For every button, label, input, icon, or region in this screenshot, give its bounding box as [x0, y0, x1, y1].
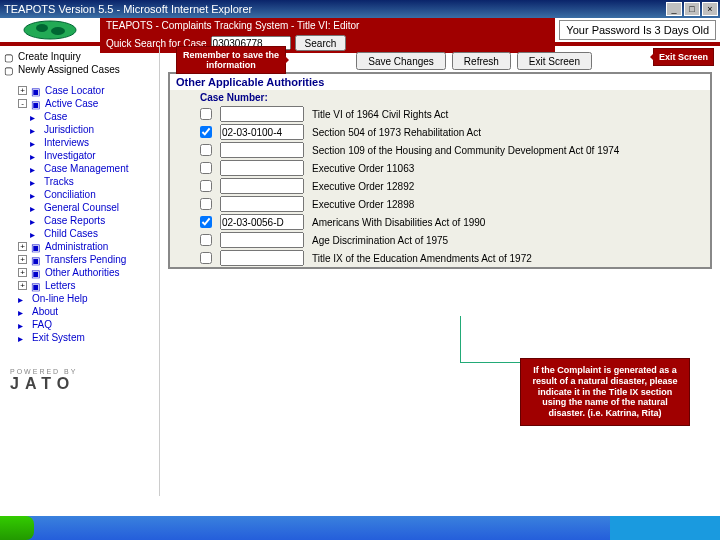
authority-label: Executive Order 12892: [312, 181, 414, 192]
authority-checkbox[interactable]: [200, 144, 212, 156]
authority-row: Section 504 of 1973 Rehabilitation Act: [170, 123, 710, 141]
page-icon: ▸: [30, 229, 40, 239]
folder-icon: ▣: [31, 86, 41, 96]
expand-icon[interactable]: +: [18, 281, 27, 290]
authority-checkbox[interactable]: [200, 162, 212, 174]
refresh-button[interactable]: Refresh: [452, 52, 511, 70]
case-number-input[interactable]: [220, 232, 304, 248]
svg-point-0: [24, 21, 76, 39]
folder-icon: ▣: [31, 281, 41, 291]
sidebar-other-authorities[interactable]: +▣Other Authorities: [18, 266, 159, 279]
authority-checkbox[interactable]: [200, 126, 212, 138]
sidebar: ▢Create Inquiry ▢Newly Assigned Cases +▣…: [0, 46, 160, 496]
sidebar-item-case-reports[interactable]: ▸Case Reports: [30, 214, 159, 227]
authority-checkbox[interactable]: [200, 216, 212, 228]
sidebar-faq[interactable]: ▸FAQ: [18, 318, 159, 331]
start-button[interactable]: [0, 516, 34, 540]
authority-label: Title IX of the Education Amendments Act…: [312, 253, 532, 264]
page-icon: ▸: [30, 138, 40, 148]
authority-label: Executive Order 12898: [312, 199, 414, 210]
authority-row: Age Discrimination Act of 1975: [170, 231, 710, 249]
case-number-input[interactable]: [220, 124, 304, 140]
info-icon: ▸: [18, 307, 28, 317]
sidebar-item-conciliation[interactable]: ▸Conciliation: [30, 188, 159, 201]
page-icon: ▸: [30, 216, 40, 226]
case-number-input[interactable]: [220, 250, 304, 266]
page-icon: ▸: [30, 112, 40, 122]
folder-icon: ▣: [31, 242, 41, 252]
authority-label: Title VI of 1964 Civil Rights Act: [312, 109, 448, 120]
connector-line: [460, 362, 520, 363]
authority-row: Title IX of the Education Amendments Act…: [170, 249, 710, 267]
content-area: Remember to save the information Exit Sc…: [160, 46, 720, 496]
page-icon: ▸: [30, 190, 40, 200]
page-icon: ▸: [30, 151, 40, 161]
authority-row: Section 109 of the Housing and Community…: [170, 141, 710, 159]
powered-by: POWERED BY JATO: [4, 362, 159, 399]
system-tray: [610, 516, 720, 540]
expand-icon[interactable]: +: [18, 242, 27, 251]
close-button[interactable]: ×: [702, 2, 718, 16]
page-icon: ▸: [30, 203, 40, 213]
sidebar-item-general-counsel[interactable]: ▸General Counsel: [30, 201, 159, 214]
sidebar-letters[interactable]: +▣Letters: [18, 279, 159, 292]
authority-row: Executive Order 12892: [170, 177, 710, 195]
maximize-button[interactable]: □: [684, 2, 700, 16]
authority-row: Executive Order 11063: [170, 159, 710, 177]
save-button[interactable]: Save Changes: [356, 52, 446, 70]
authority-label: Executive Order 11063: [312, 163, 414, 174]
taskbar: [0, 516, 720, 540]
authority-checkbox[interactable]: [200, 180, 212, 192]
sidebar-online-help[interactable]: ▸On-line Help: [18, 292, 159, 305]
exit-button[interactable]: Exit Screen: [517, 52, 592, 70]
sidebar-item-child-cases[interactable]: ▸Child Cases: [30, 227, 159, 240]
authority-checkbox[interactable]: [200, 198, 212, 210]
authority-label: Age Discrimination Act of 1975: [312, 235, 448, 246]
doc-icon: ▢: [4, 52, 14, 62]
authorities-panel: Other Applicable Authorities Case Number…: [168, 72, 712, 269]
sidebar-item-investigator[interactable]: ▸Investigator: [30, 149, 159, 162]
authority-label: Section 109 of the Housing and Community…: [312, 145, 619, 156]
sidebar-item-interviews[interactable]: ▸Interviews: [30, 136, 159, 149]
system-title: TEAPOTS - Complaints Tracking System - T…: [100, 18, 555, 33]
case-number-input[interactable]: [220, 142, 304, 158]
sidebar-transfers-pending[interactable]: +▣Transfers Pending: [18, 253, 159, 266]
case-number-input[interactable]: [220, 178, 304, 194]
sidebar-item-jurisdiction[interactable]: ▸Jurisdiction: [30, 123, 159, 136]
authority-label: Section 504 of 1973 Rehabilitation Act: [312, 127, 481, 138]
sidebar-exit-system[interactable]: ▸Exit System: [18, 331, 159, 344]
faq-icon: ▸: [18, 320, 28, 330]
authority-checkbox[interactable]: [200, 108, 212, 120]
callout-disaster: If the Complaint is generated as a resul…: [520, 358, 690, 426]
sidebar-create-inquiry[interactable]: ▢Create Inquiry: [4, 50, 159, 63]
minimize-button[interactable]: _: [666, 2, 682, 16]
exit-icon: ▸: [18, 333, 28, 343]
case-number-input[interactable]: [220, 106, 304, 122]
sidebar-item-tracks[interactable]: ▸Tracks: [30, 175, 159, 188]
expand-icon[interactable]: +: [18, 255, 27, 264]
sidebar-about[interactable]: ▸About: [18, 305, 159, 318]
window-title: TEAPOTS Version 5.5 - Microsoft Internet…: [2, 3, 666, 15]
panel-title: Other Applicable Authorities: [170, 74, 710, 90]
sidebar-administration[interactable]: +▣Administration: [18, 240, 159, 253]
authority-label: Americans With Disabilities Act of 1990: [312, 217, 485, 228]
authority-row: Executive Order 12898: [170, 195, 710, 213]
expand-icon[interactable]: +: [18, 268, 27, 277]
collapse-icon[interactable]: -: [18, 99, 27, 108]
help-icon: ▸: [18, 294, 28, 304]
page-icon: ▸: [30, 164, 40, 174]
doc-icon: ▢: [4, 65, 14, 75]
case-number-input[interactable]: [220, 196, 304, 212]
case-number-input[interactable]: [220, 160, 304, 176]
sidebar-case-locator[interactable]: +▣Case Locator: [18, 84, 159, 97]
sidebar-active-case[interactable]: -▣Active Case: [18, 97, 159, 110]
authority-checkbox[interactable]: [200, 252, 212, 264]
case-number-input[interactable]: [220, 214, 304, 230]
sidebar-item-case-mgmt[interactable]: ▸Case Management: [30, 162, 159, 175]
sidebar-item-case[interactable]: ▸Case: [30, 110, 159, 123]
expand-icon[interactable]: +: [18, 86, 27, 95]
authority-checkbox[interactable]: [200, 234, 212, 246]
page-icon: ▸: [30, 125, 40, 135]
sidebar-newly-assigned[interactable]: ▢Newly Assigned Cases: [4, 63, 159, 76]
app-logo: [0, 18, 100, 42]
